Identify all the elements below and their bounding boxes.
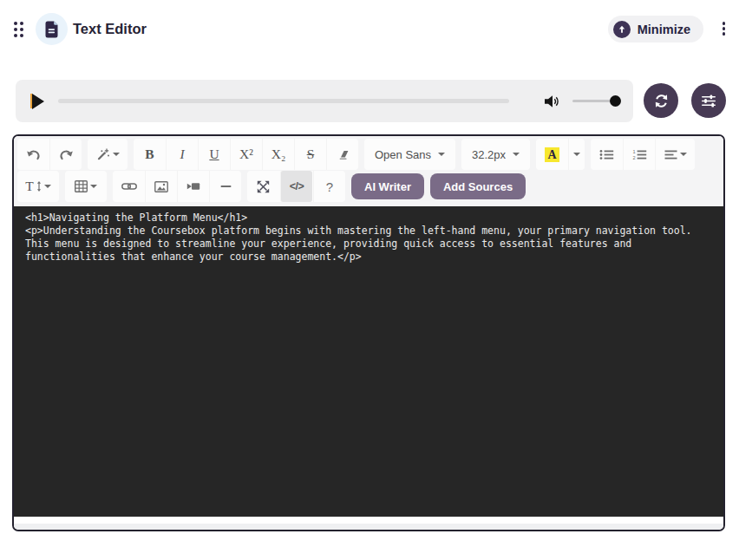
insert-group (113, 171, 241, 202)
play-accent (30, 94, 32, 108)
underline-button[interactable]: U (198, 139, 230, 170)
code-view-button[interactable]: </> (280, 171, 312, 202)
table-icon (75, 180, 88, 192)
fullscreen-button[interactable] (247, 171, 279, 202)
ai-magic-wand-button[interactable] (88, 139, 128, 170)
italic-button[interactable]: I (166, 139, 198, 170)
chevron-down-icon (680, 153, 687, 156)
toolbar-row-2: T (17, 171, 720, 202)
code-view-label: </> (290, 180, 304, 192)
font-size-group: 32.2px (461, 139, 530, 170)
history-group (17, 139, 82, 170)
paragraph-format-group: T (17, 171, 59, 202)
undo-button[interactable] (17, 139, 49, 170)
page-title: Text Editor (73, 21, 147, 37)
text-color-group: A (536, 139, 585, 170)
bullet-list-icon (599, 149, 614, 160)
chevron-down-icon (573, 153, 580, 156)
eraser-icon (336, 148, 350, 160)
font-family-group: Open Sans (364, 139, 455, 170)
superscript-button[interactable]: X² (230, 139, 262, 170)
html-code-editor[interactable]: <h1>Navigating the Platform Menu</h1> <p… (14, 206, 723, 517)
updown-arrow-icon (36, 181, 42, 192)
font-size-select[interactable]: 32.2px (461, 139, 530, 170)
volume-slider[interactable] (572, 100, 616, 102)
link-icon (121, 182, 137, 191)
list-group: 1 2 (591, 139, 695, 170)
toolbar-row-1: B I U X² X₂ S Open Sans (17, 139, 720, 170)
text-editor-window: Text Editor Minimize (0, 0, 739, 560)
editor-resize-bar[interactable] (14, 517, 723, 530)
insert-hr-button[interactable] (209, 171, 241, 202)
bold-button[interactable]: B (134, 139, 166, 170)
highlight-color-icon: A (545, 147, 559, 162)
kebab-menu-icon[interactable] (721, 20, 728, 37)
insert-table-button[interactable] (65, 171, 107, 202)
undo-icon (26, 148, 41, 160)
align-left-icon (664, 149, 677, 160)
regenerate-audio-button[interactable] (644, 83, 678, 118)
playback-progress-bar[interactable] (58, 99, 509, 103)
help-button[interactable]: ? (313, 171, 345, 202)
audio-player (16, 80, 633, 122)
insert-video-button[interactable] (177, 171, 209, 202)
text-color-dropdown[interactable] (568, 139, 585, 170)
image-icon (154, 181, 168, 192)
rich-text-editor: B I U X² X₂ S Open Sans (12, 134, 725, 531)
play-icon (32, 94, 44, 109)
unordered-list-button[interactable] (591, 139, 623, 170)
paragraph-format-button[interactable]: T (17, 171, 59, 202)
audio-settings-button[interactable] (691, 83, 726, 118)
editor-toolbar: B I U X² X₂ S Open Sans (14, 136, 723, 206)
document-icon (44, 21, 59, 38)
subscript-button[interactable]: X₂ (262, 139, 294, 170)
volume-thumb[interactable] (610, 95, 621, 107)
strikethrough-button[interactable]: S (294, 139, 326, 170)
minimize-arrow-icon (613, 21, 631, 38)
align-button[interactable] (655, 139, 695, 170)
redo-button[interactable] (49, 139, 82, 170)
magic-wand-icon (96, 147, 110, 161)
minimize-button[interactable]: Minimize (608, 16, 703, 42)
video-icon (186, 181, 200, 192)
svg-text:2: 2 (632, 155, 635, 160)
chevron-down-icon (113, 153, 120, 156)
ordered-list-button[interactable]: 1 2 (623, 139, 655, 170)
font-size-value: 32.2px (472, 148, 506, 161)
insert-link-button[interactable] (113, 171, 145, 202)
svg-text:1: 1 (632, 149, 635, 154)
chevron-down-icon (44, 185, 51, 188)
chevron-down-icon (513, 153, 520, 156)
text-color-button[interactable]: A (536, 139, 568, 170)
drag-handle-icon[interactable] (14, 22, 23, 37)
numbered-list-icon: 1 2 (632, 149, 647, 160)
volume-icon[interactable] (544, 94, 561, 108)
chevron-down-icon (90, 185, 97, 188)
app-badge (36, 13, 68, 45)
paragraph-format-label: T (25, 179, 33, 194)
table-group (65, 171, 107, 202)
horizontal-line-icon (220, 185, 232, 188)
redo-icon (59, 148, 74, 160)
font-family-value: Open Sans (375, 148, 431, 161)
format-group: B I U X² X₂ S (134, 139, 358, 170)
minimize-label: Minimize (638, 23, 690, 36)
help-label: ? (326, 179, 333, 194)
font-family-select[interactable]: Open Sans (364, 139, 455, 170)
view-group: </> ? (247, 171, 345, 202)
fullscreen-icon (257, 180, 270, 193)
add-sources-button[interactable]: Add Sources (430, 173, 526, 199)
insert-image-button[interactable] (145, 171, 177, 202)
chevron-down-icon (438, 153, 445, 156)
clear-formatting-button[interactable] (326, 139, 358, 170)
sliders-icon (701, 94, 716, 107)
refresh-icon (653, 93, 670, 109)
play-button[interactable] (30, 93, 46, 110)
ai-writer-button[interactable]: AI Writer (351, 173, 424, 199)
magic-group (88, 139, 128, 170)
